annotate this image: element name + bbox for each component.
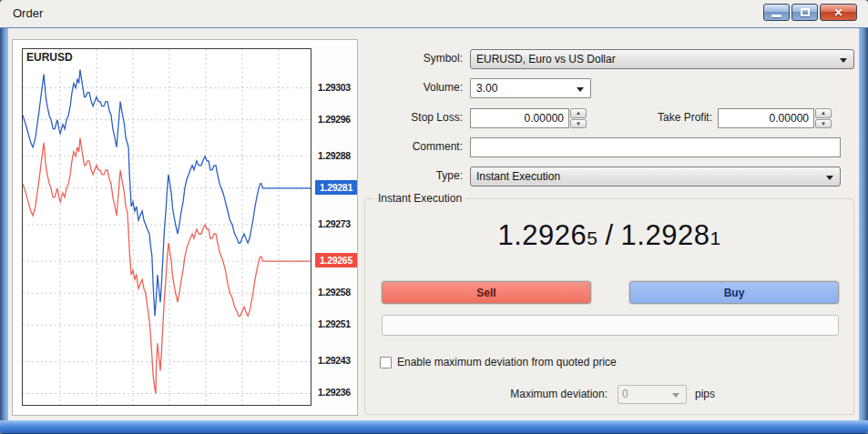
- enable-max-deviation-label[interactable]: Enable maximum deviation from quoted pri…: [397, 356, 617, 368]
- take-profit-label: Take Profit:: [618, 108, 712, 127]
- chart-plot-svg: [23, 49, 311, 405]
- price-axis-label: 1.29303: [318, 80, 351, 95]
- maximize-icon: [801, 8, 810, 16]
- spin-up-icon[interactable]: ▲: [815, 108, 832, 118]
- ask-price-pip: 1: [710, 227, 720, 248]
- quote-separator: /: [597, 219, 620, 251]
- chevron-down-icon: [840, 58, 847, 63]
- volume-select[interactable]: 3.00: [470, 78, 591, 98]
- order-type-select-value: Instant Execution: [476, 170, 560, 183]
- instant-execution-group: Instant Execution 1.29265/1.29281 Sell B…: [364, 198, 854, 415]
- price-axis: 1.293031.292961.292881.292811.292731.292…: [315, 48, 357, 406]
- title-bar[interactable]: Order ✕: [0, 0, 868, 28]
- bid-price: 1.2926: [497, 219, 587, 251]
- bid-price-tag: 1.29265: [315, 253, 357, 267]
- price-axis-label: 1.29243: [318, 353, 351, 368]
- window-border-bottom: [0, 420, 868, 434]
- chevron-down-icon: [826, 176, 833, 180]
- close-icon: ✕: [833, 6, 842, 19]
- symbol-select-value: EURUSD, Euro vs US Dollar: [476, 53, 616, 66]
- ask-price-tag: 1.29281: [315, 180, 357, 195]
- stop-loss-label: Stop Loss:: [369, 108, 463, 127]
- window-border-left: [0, 28, 8, 420]
- enable-max-deviation-checkbox[interactable]: [380, 357, 392, 368]
- comment-label: Comment:: [369, 137, 463, 156]
- enable-max-deviation-row[interactable]: Enable maximum deviation from quoted pri…: [380, 356, 617, 368]
- minimize-icon: [771, 15, 781, 17]
- buy-button[interactable]: Buy: [629, 281, 839, 304]
- volume-label: Volume:: [369, 78, 463, 97]
- symbol-select[interactable]: EURUSD, Euro vs US Dollar: [470, 49, 854, 69]
- symbol-label: Symbol:: [369, 49, 463, 68]
- ask-price: 1.2928: [621, 219, 710, 251]
- chart-symbol-label: EURUSD: [26, 51, 73, 64]
- quote-display: 1.29265/1.29281: [365, 219, 853, 252]
- type-label: Type:: [369, 167, 463, 186]
- price-axis-label: 1.29258: [318, 285, 351, 299]
- stop-loss-input[interactable]: [470, 108, 569, 128]
- price-axis-label: 1.29296: [318, 112, 351, 126]
- chart-plot: EURUSD: [22, 48, 311, 406]
- price-axis-label: 1.29273: [318, 217, 351, 231]
- comment-input[interactable]: [470, 137, 841, 157]
- stop-loss-spinner: ▲ ▼: [570, 108, 587, 128]
- spin-up-icon[interactable]: ▲: [570, 108, 587, 118]
- sell-button[interactable]: Sell: [382, 281, 591, 304]
- order-type-select[interactable]: Instant Execution: [470, 167, 841, 187]
- group-title: Instant Execution: [374, 192, 465, 205]
- tick-chart-panel: EURUSD 1.293031.292961.292881.292811.292…: [12, 39, 358, 416]
- chevron-down-icon: [672, 393, 679, 398]
- take-profit-input[interactable]: [718, 108, 814, 128]
- window-controls: ✕: [763, 4, 857, 21]
- maximum-deviation-value: 0: [622, 388, 628, 400]
- price-axis-label: 1.29288: [318, 148, 351, 163]
- maximum-deviation-select: 0: [618, 385, 687, 404]
- window-border-right: [859, 28, 868, 420]
- close-button[interactable]: ✕: [820, 4, 857, 21]
- minimize-button[interactable]: [763, 4, 790, 21]
- chevron-down-icon: [577, 87, 584, 92]
- spin-down-icon[interactable]: ▼: [815, 119, 832, 129]
- spin-down-icon[interactable]: ▼: [570, 119, 587, 129]
- take-profit-spinner: ▲ ▼: [815, 108, 832, 128]
- volume-select-value: 3.00: [476, 82, 497, 95]
- deviation-unit-label: pips: [695, 385, 715, 404]
- maximize-button[interactable]: [791, 4, 818, 21]
- dialog-client-area: EURUSD 1.293031.292961.292881.292811.292…: [8, 28, 859, 420]
- price-axis-label: 1.29251: [318, 317, 351, 331]
- window-title: Order: [13, 6, 43, 20]
- price-axis-label: 1.29236: [318, 385, 351, 399]
- execution-progress-bar: [382, 315, 839, 336]
- bid-price-pip: 5: [587, 227, 597, 248]
- maximum-deviation-label: Maximum deviation:: [456, 385, 608, 403]
- order-window: Order ✕ EURUSD 1.293031.292961.292881.29…: [0, 0, 868, 434]
